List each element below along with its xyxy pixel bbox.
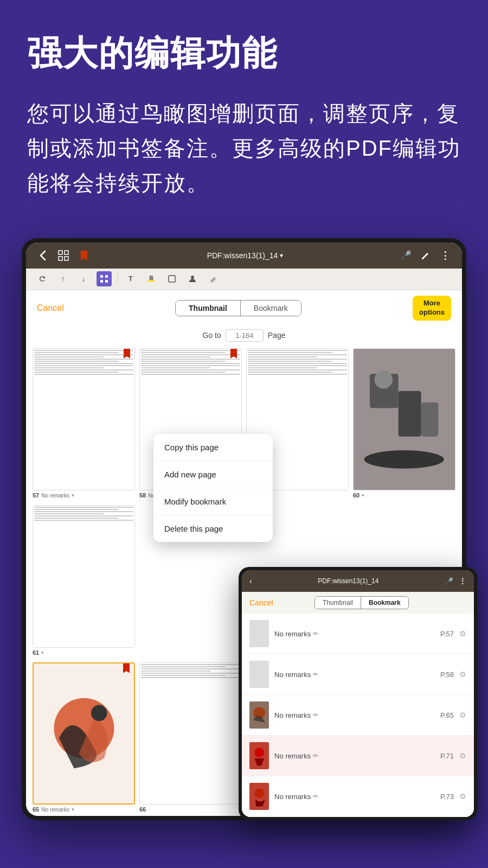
svg-point-10 <box>191 276 194 279</box>
back-icon[interactable] <box>37 250 49 261</box>
gear-icon-p71[interactable]: ⚙ <box>459 751 466 760</box>
page-thumb-66[interactable] <box>139 662 242 805</box>
page-label-57: 57 No remarks ▾ <box>33 492 135 499</box>
goto-input[interactable] <box>226 329 264 342</box>
tablet-secondary: ‹ PDF:wissen13(1)_14 🎤 ⋮ Cancel Thumbnai… <box>239 567 477 820</box>
secondary-controls: Cancel Thumbnail Bookmark <box>242 592 474 614</box>
toolbar: ↑ ↓ T <box>26 269 462 290</box>
gear-icon-p58[interactable]: ⚙ <box>459 670 466 679</box>
edit-icon-p65[interactable]: ✏ <box>313 711 318 719</box>
bookmark-thumb-p57 <box>249 620 269 647</box>
edit-icon-p58[interactable]: ✏ <box>313 671 318 678</box>
context-menu: Copy this page Add new page Modify bookm… <box>153 434 273 542</box>
bookmark-info-p65: No remarks ✏ <box>274 711 435 719</box>
tablet-status-bar: PDF:wissen13(1)_14 ▾ 🎤 ⋮ <box>26 242 462 269</box>
page-cell-65[interactable]: 65 No remarks ▾ <box>30 659 137 816</box>
page-label-61: 61 ▾ <box>33 649 135 656</box>
goto-row: Go to Page <box>26 326 462 345</box>
toolbar-btn-text[interactable]: T <box>123 271 138 286</box>
bookmark-tab[interactable]: Bookmark <box>241 301 301 316</box>
page-label-60: 60 ▾ <box>353 492 455 499</box>
main-title: 强大的编辑功能 <box>27 33 461 74</box>
page-thumb-61[interactable] <box>33 505 135 648</box>
svg-point-15 <box>364 450 444 469</box>
page-thumb-57[interactable] <box>33 348 135 491</box>
page-label: Page <box>268 331 286 340</box>
toolbar-btn-eraser[interactable] <box>206 271 221 286</box>
thumb-controls: Cancel Thumbnail Bookmark More options <box>26 290 462 326</box>
tab-group: Thumbnail Bookmark <box>175 300 301 316</box>
svg-rect-4 <box>100 275 103 278</box>
grid-icon[interactable] <box>57 250 69 261</box>
bookmark-item-p57[interactable]: No remarks ✏ P.57 ⚙ <box>242 614 474 654</box>
page-lines-59 <box>247 349 348 376</box>
bookmark-item-p73[interactable]: No remarks ✏ P.73 ⚙ <box>242 776 474 817</box>
page-illustration-60 <box>354 349 455 490</box>
toolbar-btn-up[interactable]: ↑ <box>55 271 70 286</box>
bookmark-item-p65[interactable]: No remarks ✏ P.65 ⚙ <box>242 695 474 736</box>
toolbar-btn-highlight[interactable] <box>144 271 159 286</box>
gear-icon-p65[interactable]: ⚙ <box>459 711 466 719</box>
page-cell-57[interactable]: 57 No remarks ▾ <box>30 345 137 502</box>
page-lines-61 <box>33 506 134 522</box>
pen-icon[interactable] <box>420 250 432 261</box>
sec-bookmark-tab[interactable]: Bookmark <box>361 597 408 609</box>
toolbar-btn-undo[interactable] <box>35 271 50 286</box>
svg-point-17 <box>91 705 107 722</box>
bookmark-info-p58: No remarks ✏ <box>274 671 435 679</box>
toolbar-btn-shape[interactable] <box>164 271 179 286</box>
page-lines-57 <box>33 349 134 376</box>
gear-icon-p57[interactable]: ⚙ <box>459 629 466 638</box>
page-thumb-65[interactable] <box>33 662 135 805</box>
bookmark-item-p71[interactable]: No remarks ✏ P.71 ⚙ <box>242 736 474 776</box>
bookmark-thumb-p73 <box>249 783 269 810</box>
page-cell-60[interactable]: 60 ▾ <box>351 345 458 502</box>
svg-rect-8 <box>148 280 155 282</box>
sec-mic-icon[interactable]: 🎤 <box>445 577 453 585</box>
edit-icon-p71[interactable]: ✏ <box>313 752 318 760</box>
toolbar-btn-grid[interactable] <box>97 271 112 286</box>
svg-rect-6 <box>100 280 103 283</box>
edit-icon-p57[interactable]: ✏ <box>313 630 318 637</box>
header-section: 强大的编辑功能 您可以通过鸟瞰图增删页面，调整页序，复制或添加书签备注。更多高级… <box>0 0 488 216</box>
thumbnail-tab[interactable]: Thumbnail <box>176 301 240 316</box>
page-lines-66 <box>140 663 241 679</box>
page-label-65: 65 No remarks ▾ <box>33 806 135 813</box>
more-options-button[interactable]: More options <box>413 296 451 321</box>
context-modify-bookmark[interactable]: Modify bookmark <box>153 488 273 515</box>
context-add-page[interactable]: Add new page <box>153 461 273 488</box>
more-menu-icon[interactable]: ⋮ <box>439 250 451 261</box>
sub-description: 您可以通过鸟瞰图增删页面，调整页序，复制或添加书签备注。更多高级的PDF编辑功能… <box>27 96 461 200</box>
svg-rect-13 <box>399 391 421 436</box>
toolbar-btn-down[interactable]: ↓ <box>76 271 91 286</box>
cancel-button[interactable]: Cancel <box>37 303 64 313</box>
sec-back-icon[interactable]: ‹ <box>249 577 252 585</box>
page-cell-61[interactable]: 61 ▾ <box>30 502 137 659</box>
toolbar-btn-avatar[interactable] <box>185 271 200 286</box>
edit-icon-p73[interactable]: ✏ <box>313 793 318 800</box>
sec-cancel-button[interactable]: Cancel <box>249 598 273 607</box>
gear-icon-p73[interactable]: ⚙ <box>459 792 466 801</box>
svg-point-20 <box>254 788 264 798</box>
sec-more-icon[interactable]: ⋮ <box>459 577 466 585</box>
mic-icon[interactable]: 🎤 <box>400 250 412 261</box>
context-copy-page[interactable]: Copy this page <box>153 434 273 461</box>
bookmark-item-p58[interactable]: No remarks ✏ P.58 ⚙ <box>242 654 474 695</box>
svg-rect-2 <box>59 257 62 260</box>
sec-thumbnail-tab[interactable]: Thumbnail <box>315 597 361 609</box>
svg-rect-9 <box>169 276 175 282</box>
bookmark-thumb-p71 <box>249 742 269 769</box>
page-cell-66[interactable]: 66 <box>137 659 244 816</box>
svg-rect-3 <box>65 257 68 260</box>
page-thumb-60[interactable] <box>353 348 455 491</box>
status-left-icons <box>37 250 90 261</box>
sec-tab-group: Thumbnail Bookmark <box>314 596 409 609</box>
svg-point-19 <box>254 748 264 757</box>
svg-rect-0 <box>59 251 62 254</box>
page-lines-58 <box>140 349 241 376</box>
bookmark-thumb-p58 <box>249 661 269 688</box>
context-delete-page[interactable]: Delete this page <box>153 515 273 542</box>
svg-rect-7 <box>105 280 108 283</box>
bookmark-icon[interactable] <box>78 250 90 261</box>
svg-rect-5 <box>105 275 108 278</box>
